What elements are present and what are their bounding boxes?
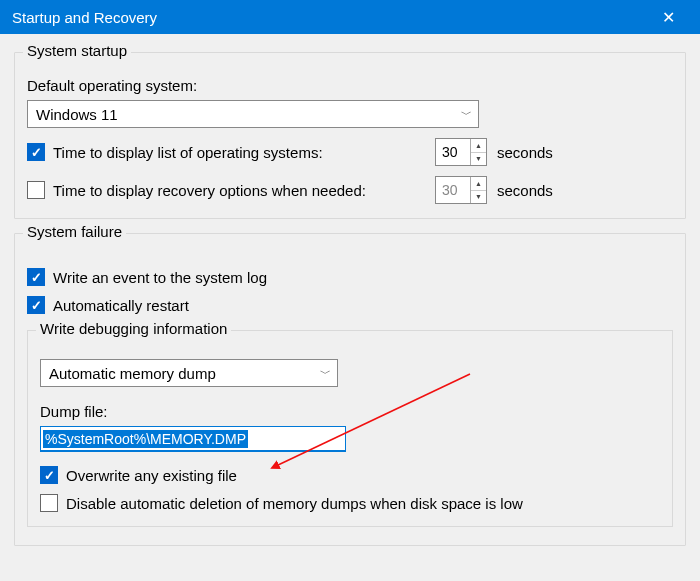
dump-type-value: Automatic memory dump bbox=[49, 365, 216, 382]
seconds-unit-1: seconds bbox=[497, 144, 557, 161]
write-event-label: Write an event to the system log bbox=[53, 269, 267, 286]
time-os-value: 30 bbox=[436, 139, 470, 165]
window-title: Startup and Recovery bbox=[12, 9, 648, 26]
auto-restart-label: Automatically restart bbox=[53, 297, 189, 314]
system-failure-group: System failure Write an event to the sys… bbox=[14, 233, 686, 546]
system-failure-title: System failure bbox=[23, 223, 126, 240]
debug-info-title: Write debugging information bbox=[36, 320, 231, 337]
spinner-arrows[interactable]: ▲▼ bbox=[470, 177, 486, 203]
dump-type-combo[interactable]: Automatic memory dump ﹀ bbox=[40, 359, 338, 387]
auto-restart-checkbox[interactable] bbox=[27, 296, 45, 314]
overwrite-checkbox[interactable] bbox=[40, 466, 58, 484]
disable-delete-label: Disable automatic deletion of memory dum… bbox=[66, 495, 626, 512]
seconds-unit-2: seconds bbox=[497, 182, 557, 199]
dialog-content: System startup Default operating system:… bbox=[0, 34, 700, 581]
titlebar: Startup and Recovery ✕ bbox=[0, 0, 700, 34]
system-startup-title: System startup bbox=[23, 42, 131, 59]
time-os-spinner[interactable]: 30 ▲▼ bbox=[435, 138, 487, 166]
dump-file-value: %SystemRoot%\MEMORY.DMP bbox=[43, 430, 248, 448]
chevron-down-icon: ﹀ bbox=[320, 366, 331, 381]
overwrite-label: Overwrite any existing file bbox=[66, 467, 237, 484]
default-os-value: Windows 11 bbox=[36, 106, 118, 123]
disable-delete-checkbox[interactable] bbox=[40, 494, 58, 512]
time-os-label: Time to display list of operating system… bbox=[53, 144, 415, 161]
dump-file-input[interactable]: %SystemRoot%\MEMORY.DMP bbox=[40, 426, 346, 452]
dump-file-label: Dump file: bbox=[40, 403, 660, 420]
default-os-label: Default operating system: bbox=[27, 77, 673, 94]
debug-info-group: Write debugging information Automatic me… bbox=[27, 330, 673, 527]
time-recovery-label: Time to display recovery options when ne… bbox=[53, 182, 415, 199]
chevron-down-icon: ﹀ bbox=[461, 107, 472, 122]
time-recovery-checkbox[interactable] bbox=[27, 181, 45, 199]
time-recovery-spinner[interactable]: 30 ▲▼ bbox=[435, 176, 487, 204]
time-os-checkbox[interactable] bbox=[27, 143, 45, 161]
close-icon[interactable]: ✕ bbox=[648, 8, 688, 27]
write-event-checkbox[interactable] bbox=[27, 268, 45, 286]
spinner-arrows[interactable]: ▲▼ bbox=[470, 139, 486, 165]
system-startup-group: System startup Default operating system:… bbox=[14, 52, 686, 219]
default-os-combo[interactable]: Windows 11 ﹀ bbox=[27, 100, 479, 128]
time-recovery-value: 30 bbox=[436, 177, 470, 203]
